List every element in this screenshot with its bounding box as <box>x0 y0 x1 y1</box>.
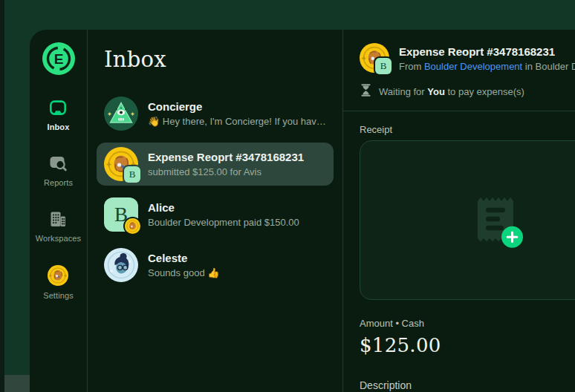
report-header[interactable]: B Expense Reoprt #3478168231 From Boulde… <box>343 30 575 73</box>
sidebar-item-workspaces[interactable]: Workspaces <box>36 209 81 243</box>
receipt-icon <box>478 195 513 244</box>
expensify-app-window: E Inbox <box>30 30 575 392</box>
chat-text: Expense Reoprt #3478168231 submitted $12… <box>148 150 304 179</box>
status-prefix: Waiting for <box>379 86 427 97</box>
coin-badge <box>125 218 140 234</box>
status-text: Waiting for You to pay expense(s) <box>379 86 524 97</box>
celeste-avatar <box>104 248 138 282</box>
sidebar-item-label: Reports <box>44 178 73 187</box>
chat-preview: Sounds good 👍 <box>148 267 219 280</box>
chat-row-concierge[interactable]: Concierge 👋 Hey there, I'm Concierge! If… <box>97 92 334 135</box>
chat-text: Celeste Sounds good 👍 <box>148 251 219 280</box>
status-suffix: to pay expense(s) <box>445 86 524 97</box>
report-content: Receipt <box>343 111 575 391</box>
chat-name: Alice <box>148 200 299 215</box>
backdrop-bottom-patch <box>4 375 30 392</box>
chat-preview: 👋 Hey there, I'm Concierge! If you hav… <box>148 115 326 128</box>
status-row: Waiting for You to pay expense(s) <box>361 84 575 99</box>
concierge-avatar <box>104 97 138 131</box>
report-header-text: Expense Reoprt #3478168231 From Boulder … <box>399 43 575 72</box>
sidebar-item-label: Settings <box>43 291 74 300</box>
description-field[interactable]: Description <box>360 379 575 391</box>
alice-workspace-avatar: B <box>104 197 138 232</box>
add-receipt-button[interactable] <box>501 226 523 247</box>
hourglass-icon <box>361 84 371 99</box>
in-text: in <box>522 61 535 72</box>
expensify-logo[interactable]: E <box>42 42 75 75</box>
settings-avatar <box>48 265 68 286</box>
chat-row-alice[interactable]: B Alice Bould <box>97 193 334 236</box>
sidebar-item-settings[interactable]: Settings <box>43 265 74 300</box>
sidebar-item-inbox[interactable]: Inbox <box>48 98 70 131</box>
receipt-dropzone[interactable] <box>360 140 575 300</box>
amount-field[interactable]: Amount • Cash $125.00 <box>360 317 575 356</box>
from-text: From <box>399 61 424 72</box>
chat-name: Concierge <box>148 99 326 114</box>
chat-row-celeste[interactable]: Celeste Sounds good 👍 <box>97 244 334 287</box>
workspace-link[interactable]: Boulder Developement <box>424 61 522 72</box>
workspace-name-text: Boulder Developement <box>536 61 575 72</box>
boulder-b-badge: B <box>124 166 140 183</box>
chat-row-expense-report[interactable]: B Expense Reoprt #3478168231 submitted $… <box>97 143 334 186</box>
screen-left-edge <box>0 0 4 392</box>
chat-preview: Boulder Development paid $150.00 <box>148 216 299 229</box>
chat-text: Concierge 👋 Hey there, I'm Concierge! If… <box>148 99 326 128</box>
chat-list: Concierge 👋 Hey there, I'm Concierge! If… <box>97 92 334 287</box>
inbox-icon <box>48 98 68 117</box>
reports-icon <box>48 154 68 173</box>
amount-value: $125.00 <box>360 334 575 356</box>
chat-text: Alice Boulder Development paid $150.00 <box>148 200 299 229</box>
sidebar-item-reports[interactable]: Reports <box>44 154 73 187</box>
inbox-panel: Inbox <box>88 30 343 392</box>
sidebar-item-label: Workspaces <box>36 234 81 243</box>
svg-text:E: E <box>53 51 63 67</box>
sidebar-nav: Inbox Reports <box>36 98 81 322</box>
boulder-b-badge: B <box>375 58 392 74</box>
report-title: Expense Reoprt #3478168231 <box>399 45 575 59</box>
sidebar: E Inbox <box>30 30 88 392</box>
report-subtitle: From Boulder Developement in Boulder Dev… <box>399 61 575 72</box>
report-avatar: B <box>360 43 389 73</box>
sidebar-item-label: Inbox <box>48 122 70 131</box>
inbox-title: Inbox <box>104 47 334 72</box>
expensify-logo-icon: E <box>42 42 75 75</box>
chat-preview: submitted $125.00 for Avis <box>148 166 304 179</box>
workspaces-icon <box>48 209 68 229</box>
status-actor: You <box>427 86 445 97</box>
screenshot-root: E Inbox <box>0 0 575 392</box>
report-detail-panel: B Expense Reoprt #3478168231 From Boulde… <box>343 30 575 392</box>
plus-icon <box>501 226 523 247</box>
expense-coin-avatar: B <box>104 147 138 181</box>
amount-label: Amount • Cash <box>360 317 575 330</box>
chat-name: Expense Reoprt #3478168231 <box>148 150 304 164</box>
chat-name: Celeste <box>148 251 219 265</box>
receipt-label: Receipt <box>360 123 575 136</box>
